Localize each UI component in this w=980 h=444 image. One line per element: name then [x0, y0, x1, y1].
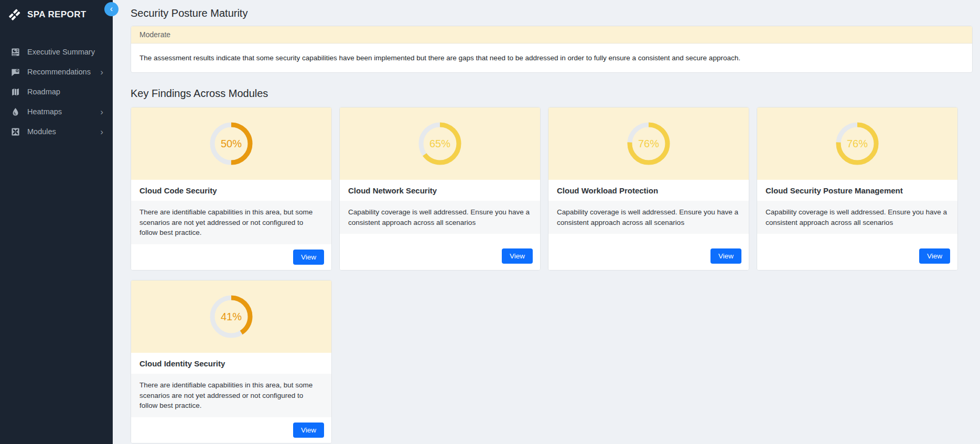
module-title: Cloud Network Security — [340, 180, 540, 201]
roadmap-icon — [10, 87, 20, 96]
sidebar-item-label: Roadmap — [27, 88, 104, 96]
sidebar-collapse-button[interactable]: ‹ — [104, 2, 119, 16]
module-chart-header: 65% — [340, 107, 540, 180]
donut-chart: 65% — [417, 121, 462, 166]
sidebar-item-heatmaps[interactable]: Heatmaps › — [0, 102, 113, 122]
sidebar-item-executive-summary[interactable]: Executive Summary — [0, 42, 113, 62]
chevron-left-icon: ‹ — [110, 5, 113, 13]
chevron-right-icon: › — [100, 127, 104, 136]
donut-percent-label: 65% — [417, 121, 462, 166]
module-card: 41% Cloud Identity Security There are id… — [131, 280, 332, 443]
page-title: Security Posture Maturity — [131, 7, 973, 19]
module-title: Cloud Security Posture Management — [757, 180, 957, 201]
sidebar-item-label: Executive Summary — [27, 48, 104, 56]
donut-percent-label: 50% — [209, 121, 254, 166]
module-card: 76% Cloud Workload Protection Capability… — [548, 107, 749, 270]
module-card: 65% Cloud Network Security Capability co… — [339, 107, 541, 270]
module-chart-header: 76% — [548, 107, 749, 180]
sidebar-item-modules[interactable]: Modules › — [0, 122, 113, 142]
module-card: 50% Cloud Code Security There are identi… — [131, 107, 332, 270]
donut-percent-label: 76% — [626, 121, 671, 166]
sidebar-item-label: Recommendations — [27, 68, 93, 76]
module-title: Cloud Workload Protection — [548, 180, 749, 201]
module-chart-header: 76% — [757, 107, 957, 180]
app-title: SPA REPORT — [27, 9, 87, 20]
module-card-footer: View — [131, 244, 331, 270]
sidebar-item-recommendations[interactable]: Recommendations › — [0, 62, 113, 82]
donut-chart: 50% — [209, 121, 254, 166]
module-title: Cloud Identity Security — [131, 353, 331, 374]
sidebar-item-label: Modules — [27, 127, 93, 136]
sidebar: SPA REPORT Executive Summary — [0, 0, 113, 444]
heatmaps-icon — [10, 107, 20, 116]
sidebar-nav: Executive Summary Recommendations › Road… — [0, 42, 113, 142]
chevron-right-icon: › — [100, 68, 104, 77]
logo-icon — [8, 8, 21, 21]
maturity-description: The assessment results indicate that som… — [131, 44, 972, 72]
maturity-level-banner: Moderate — [131, 26, 972, 44]
view-button[interactable]: View — [919, 248, 950, 264]
donut-percent-label: 76% — [835, 121, 880, 166]
view-button[interactable]: View — [293, 423, 324, 438]
donut-chart: 76% — [626, 121, 671, 166]
donut-chart: 41% — [209, 294, 254, 339]
module-description: Capability coverage is well addressed. E… — [757, 201, 957, 234]
module-card-footer: View — [548, 243, 749, 270]
module-title: Cloud Code Security — [131, 180, 331, 201]
findings-section-title: Key Findings Across Modules — [131, 88, 973, 100]
app-logo: SPA REPORT — [0, 0, 113, 28]
module-card-footer: View — [757, 243, 957, 270]
view-button[interactable]: View — [502, 248, 533, 264]
donut-chart: 76% — [835, 121, 880, 166]
module-card-footer: View — [340, 243, 540, 270]
modules-icon — [10, 127, 20, 136]
module-card: 76% Cloud Security Posture Management Ca… — [757, 107, 958, 270]
sidebar-item-roadmap[interactable]: Roadmap — [0, 82, 113, 102]
module-description: There are identifiable capabilities in t… — [131, 374, 331, 417]
module-card-footer: View — [131, 417, 331, 443]
executive-summary-icon — [10, 47, 20, 57]
module-description: Capability coverage is well addressed. E… — [548, 201, 749, 234]
view-button[interactable]: View — [710, 248, 741, 264]
maturity-card: Moderate The assessment results indicate… — [131, 26, 973, 73]
module-description: Capability coverage is well addressed. E… — [340, 201, 540, 234]
sidebar-item-label: Heatmaps — [27, 107, 93, 116]
main-content: Security Posture Maturity Moderate The a… — [113, 0, 980, 444]
module-chart-header: 41% — [131, 280, 331, 353]
module-description: There are identifiable capabilities in t… — [131, 201, 331, 244]
donut-percent-label: 41% — [209, 294, 254, 339]
module-cards-grid: 50% Cloud Code Security There are identi… — [131, 107, 973, 443]
module-chart-header: 50% — [131, 107, 331, 180]
view-button[interactable]: View — [293, 250, 324, 265]
chevron-right-icon: › — [100, 107, 104, 116]
recommendations-icon — [10, 67, 20, 77]
